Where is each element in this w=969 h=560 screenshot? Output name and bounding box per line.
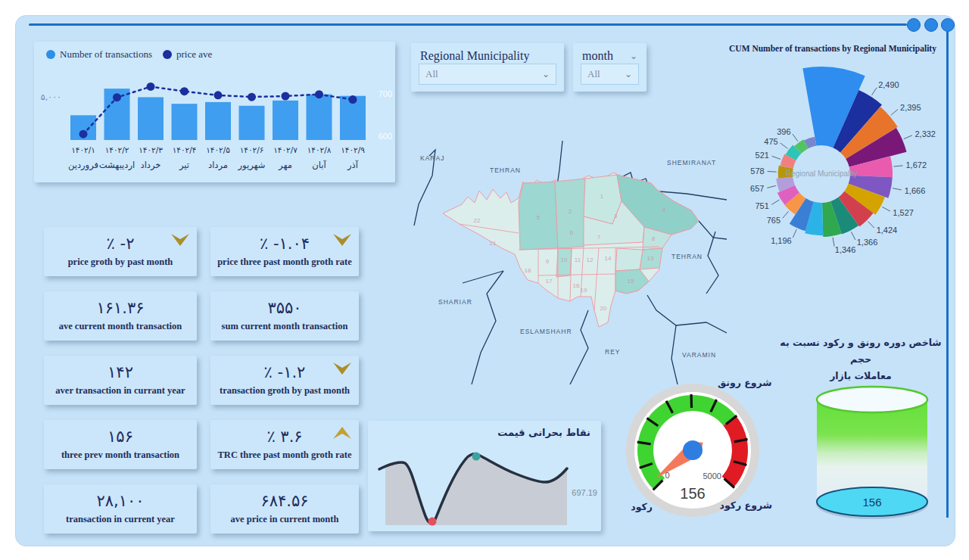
transactions-legend-dot-icon [46, 50, 55, 59]
kpi-card[interactable]: ۳۵۵۰sum current month transaction [210, 291, 359, 341]
district-number: 19 [581, 287, 587, 294]
label-leader-line [882, 207, 890, 211]
chevron-down-icon[interactable]: ⌄ [625, 70, 632, 79]
y-axis-right-label: 700 [379, 89, 392, 98]
price-ave-marker[interactable] [113, 93, 121, 101]
map-region-label: ESLAMSHAHR [520, 328, 572, 335]
donut-center-label: Regional Municipality [786, 170, 858, 178]
price-ave-marker[interactable] [79, 130, 88, 138]
kpi-card[interactable]: ۳.۶ ٪TRC three past month groth rate [210, 420, 359, 469]
donut-slice-value: 2,395 [900, 103, 921, 112]
cylinder-top [817, 387, 927, 412]
kpi-label: TRC three past month groth rate [218, 450, 352, 461]
kpi-label: aver transaction in currant year [55, 385, 185, 397]
x-axis-month-label: آذر [347, 160, 359, 171]
district-number: 21 [490, 240, 497, 247]
label-leader-line [904, 135, 912, 139]
district-number: 2 [569, 208, 572, 215]
month-slicer: month ⌄ All ⌄ [573, 43, 647, 92]
gauge-min-label: 0 [665, 471, 669, 480]
gauge-max-label: 5000 [703, 471, 721, 481]
annotation-value: 697.19 [572, 488, 597, 497]
peak-marker [472, 453, 481, 461]
donut-slice-value: 2,490 [878, 80, 899, 89]
x-axis-month-label: خرداد [141, 160, 161, 171]
trend-chart[interactable]: ۵,۰۰۰700600۱۴۰۲/۱فروردین۱۴۰۲/۲اردیبهشت۱۴… [34, 61, 395, 179]
label-leader-line [872, 88, 877, 95]
x-axis-date-label: ۱۴۰۲/۲ [105, 145, 129, 154]
price-ave-marker[interactable] [180, 87, 189, 95]
chevron-down-icon[interactable]: ⌄ [630, 51, 637, 61]
arrow-down-icon [332, 233, 352, 247]
kpi-value: ۱.۲- ٪ [264, 364, 306, 381]
chevron-down-icon[interactable]: ⌄ [542, 70, 550, 79]
kpi-card[interactable]: ۱۶۱.۳۶ave current month transaction [44, 291, 197, 341]
transactions-bar[interactable] [239, 106, 265, 140]
transactions-bar[interactable] [172, 104, 198, 140]
price-ave-marker[interactable] [214, 91, 223, 99]
dashboard-page: Number of transactions price ave ۵,۰۰۰70… [0, 0, 969, 560]
map-region-label: TEHRAN [490, 166, 521, 174]
label-leader-line [891, 109, 898, 115]
x-axis-date-label: ۱۴۰۲/۱ [71, 145, 95, 154]
month-dropdown-value: All [587, 68, 600, 80]
district-number: 7 [597, 234, 601, 241]
label-leader-line [793, 229, 796, 238]
kpi-value: ۲۸,۱۰۰ [96, 493, 144, 510]
price-ave-marker[interactable] [282, 92, 290, 100]
arrow-up-icon [332, 426, 352, 440]
top-accent-line [29, 23, 907, 26]
price-ave-marker[interactable] [315, 90, 323, 98]
transactions-bar[interactable] [205, 102, 231, 140]
donut-chart[interactable]: 2,4902,3952,3321,6721,6661,5271,4241,366… [719, 56, 951, 259]
kpi-value: ۱۶۱.۳۶ [96, 300, 144, 317]
kpi-card[interactable]: ۱.۰۴- ٪price three past month groth rate [210, 227, 359, 276]
donut-slice-value: 521 [756, 151, 769, 160]
x-axis-month-label: تیر [179, 160, 189, 171]
x-axis-date-label: ۱۴۰۲/۳ [139, 145, 163, 154]
x-axis-date-label: ۱۴۰۲/۴ [173, 145, 197, 154]
donut-slice-value: 1,196 [771, 236, 792, 245]
trend-legend: Number of transactions price ave [34, 42, 395, 61]
donut-slice-value: 1,424 [877, 226, 898, 235]
kpi-card[interactable]: ۱۵۶three prev month transaction [44, 420, 197, 469]
regional-municipality-slicer: Regional Municipality All ⌄ [411, 43, 564, 92]
donut-slice-value: 578 [750, 166, 764, 176]
kpi-card[interactable]: ۱۴۲aver transaction in currant year [44, 356, 197, 405]
kpi-value: ۲- ٪ [107, 235, 135, 253]
window-dot-icon [941, 18, 955, 32]
donut-slice-value: 1,346 [835, 245, 856, 254]
kpi-card[interactable]: ۲- ٪price groth by past month [44, 227, 197, 276]
district-number: 16 [573, 282, 580, 289]
kpi-card[interactable]: ۲۸,۱۰۰transaction in current year [44, 484, 197, 534]
transactions-bar[interactable] [273, 101, 298, 140]
month-slicer-label: month [582, 49, 613, 63]
map-region-label: VARAMIN [682, 351, 716, 359]
label-leader-line [851, 232, 855, 240]
kpi-card[interactable]: ۶۸۴.۵۶ave price in current month [210, 484, 359, 534]
map-region-label: KARAJ [420, 154, 444, 162]
regional-municipality-dropdown[interactable]: All ⌄ [419, 64, 556, 85]
arrow-down-icon [332, 362, 352, 375]
tehran-map[interactable]: KARAJTEHRANSHEMIRANATTEHRANSHARIARESLAMS… [390, 135, 727, 384]
price-ave-marker[interactable] [349, 95, 357, 104]
district-number: 1 [600, 193, 604, 200]
kpi-card[interactable]: ۱.۲- ٪transaction groth by past month [210, 356, 359, 405]
district-number: 5 [537, 214, 541, 221]
donut-slice-value: 475 [764, 137, 777, 146]
month-dropdown[interactable]: All ⌄ [581, 64, 639, 85]
cylinder-chart[interactable]: 156 [807, 377, 937, 528]
month-slicer-title: month ⌄ [573, 43, 647, 63]
price-ave-marker[interactable] [248, 93, 256, 101]
label-leader-line [783, 211, 789, 218]
kpi-card-grid: ۲- ٪price groth by past month۱.۰۴- ٪pric… [44, 227, 359, 534]
cylinder-title-line1: شاخص دوره رونق و رکود نسبت به حجم [778, 334, 943, 368]
price-ave-marker[interactable] [147, 82, 155, 91]
transactions-bar[interactable] [307, 95, 332, 140]
transactions-bar[interactable] [138, 97, 164, 140]
trough-marker [428, 518, 437, 526]
donut-slice-value: 765 [767, 216, 780, 225]
label-leader-line [771, 200, 779, 204]
label-leader-line [768, 172, 777, 173]
map-region-label: SHEMIRANAT [667, 159, 716, 166]
